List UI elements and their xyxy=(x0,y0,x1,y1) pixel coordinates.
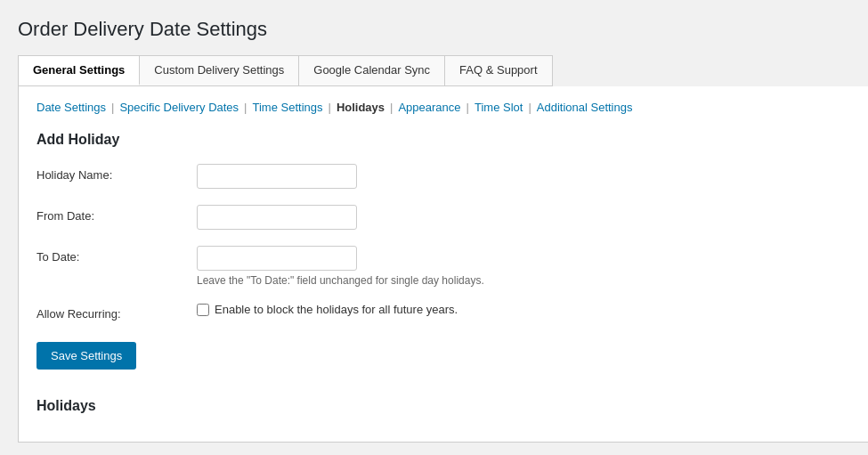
holiday-name-row: Holiday Name: xyxy=(37,164,854,189)
tab-general[interactable]: General Settings xyxy=(19,56,140,85)
holiday-name-input[interactable] xyxy=(197,164,357,189)
to-date-hint: Leave the "To Date:" field unchanged for… xyxy=(197,274,854,287)
to-date-row: To Date: Leave the "To Date:" field unch… xyxy=(37,246,854,287)
to-date-field: Leave the "To Date:" field unchanged for… xyxy=(197,246,854,287)
from-date-field xyxy=(197,205,854,230)
add-holiday-title: Add Holiday xyxy=(37,132,854,148)
from-date-label: From Date: xyxy=(37,205,197,223)
page-title: Order Delivery Date Settings xyxy=(18,18,850,41)
subnav-time-slot[interactable]: Time Slot xyxy=(475,101,523,114)
holidays-section-title: Holidays xyxy=(37,398,854,414)
from-date-row: From Date: xyxy=(37,205,854,230)
to-date-input[interactable] xyxy=(197,246,357,271)
subnav-appearance[interactable]: Appearance xyxy=(398,101,460,114)
subnav-specific-delivery[interactable]: Specific Delivery Dates xyxy=(119,101,239,114)
recurring-checkbox[interactable] xyxy=(197,304,209,316)
allow-recurring-label: Allow Recurring: xyxy=(37,303,197,321)
sep-5: | xyxy=(466,101,469,114)
from-date-input[interactable] xyxy=(197,205,357,230)
recurring-field: Enable to block the holidays for all fut… xyxy=(197,303,854,316)
content-area: Date Settings | Specific Delivery Dates … xyxy=(18,86,868,443)
tab-google-calendar[interactable]: Google Calendar Sync xyxy=(299,56,445,85)
sub-nav: Date Settings | Specific Delivery Dates … xyxy=(37,101,854,114)
recurring-checkbox-label[interactable]: Enable to block the holidays for all fut… xyxy=(215,303,458,316)
sep-3: | xyxy=(328,101,330,114)
subnav-additional[interactable]: Additional Settings xyxy=(537,101,633,114)
sep-2: | xyxy=(244,101,247,114)
tab-faq-support[interactable]: FAQ & Support xyxy=(445,56,551,85)
subnav-holidays[interactable]: Holidays xyxy=(337,101,385,114)
holiday-name-label: Holiday Name: xyxy=(37,164,197,182)
sep-4: | xyxy=(390,101,393,114)
to-date-label: To Date: xyxy=(37,246,197,264)
allow-recurring-row: Allow Recurring: Enable to block the hol… xyxy=(37,303,854,321)
save-settings-button[interactable]: Save Settings xyxy=(37,342,136,370)
tab-custom-delivery[interactable]: Custom Delivery Settings xyxy=(140,56,299,85)
sep-1: | xyxy=(111,101,114,114)
recurring-checkbox-row: Enable to block the holidays for all fut… xyxy=(197,303,854,316)
sep-6: | xyxy=(528,101,531,114)
holiday-name-field xyxy=(197,164,854,189)
tabs-bar: General Settings Custom Delivery Setting… xyxy=(18,55,553,86)
subnav-time-settings[interactable]: Time Settings xyxy=(252,101,322,114)
subnav-date-settings[interactable]: Date Settings xyxy=(37,101,106,114)
